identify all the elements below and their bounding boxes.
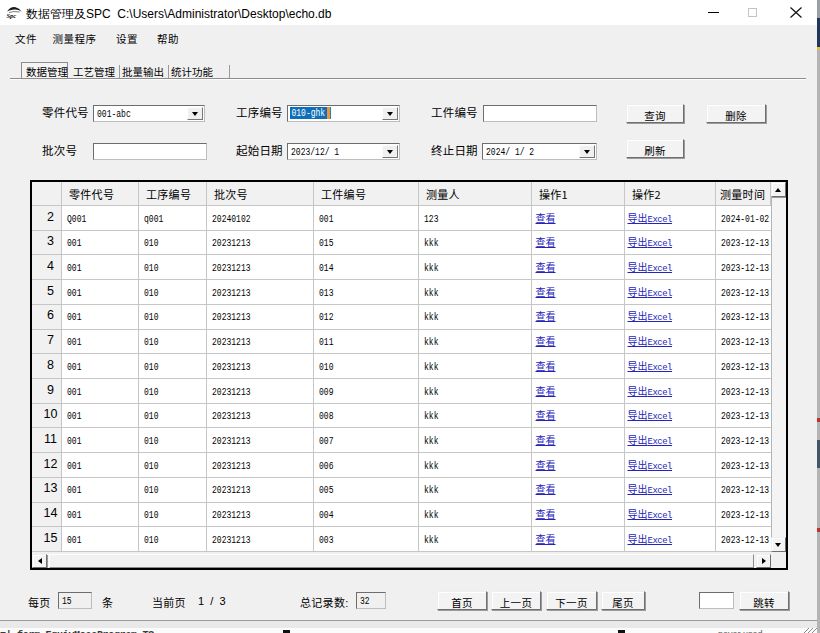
svg-text:Spc: Spc: [7, 12, 17, 19]
